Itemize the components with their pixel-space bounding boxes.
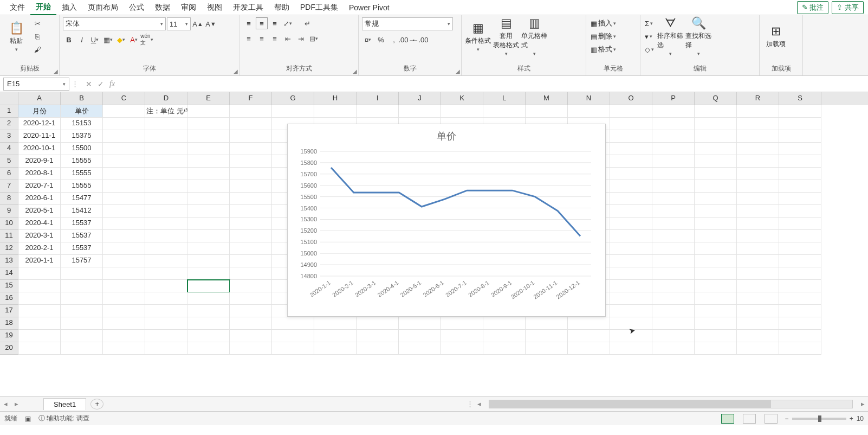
row-header[interactable]: 15 — [0, 280, 18, 292]
cell[interactable] — [357, 105, 399, 118]
cell[interactable] — [695, 342, 737, 355]
cell[interactable] — [610, 155, 652, 168]
row-header[interactable]: 17 — [0, 305, 18, 317]
cell[interactable] — [61, 317, 103, 330]
cell[interactable] — [103, 130, 145, 143]
row-header[interactable]: 18 — [0, 317, 18, 330]
cell[interactable]: 注：单位 元/平米 — [145, 105, 187, 118]
cell[interactable] — [652, 105, 695, 118]
cell[interactable]: 2020-7-1 — [18, 180, 61, 193]
cell[interactable] — [652, 292, 695, 305]
cell[interactable] — [610, 168, 652, 180]
hscroll-right[interactable]: ▸ — [857, 400, 868, 408]
cell[interactable] — [145, 242, 187, 255]
cell[interactable] — [695, 230, 737, 242]
increase-indent-button[interactable]: ⇥ — [295, 33, 307, 44]
share-button[interactable]: ⇪ 共享 — [832, 1, 864, 14]
cell[interactable] — [695, 130, 737, 143]
cell[interactable] — [187, 193, 230, 205]
cell[interactable] — [103, 118, 145, 130]
cell[interactable] — [18, 292, 61, 305]
cell[interactable] — [779, 305, 821, 317]
column-header[interactable]: F — [230, 92, 272, 105]
cell[interactable] — [145, 330, 187, 342]
cell[interactable] — [737, 317, 779, 330]
menu-insert[interactable]: 插入 — [56, 1, 82, 15]
column-header[interactable]: G — [272, 92, 314, 105]
row-header[interactable]: 1 — [0, 105, 18, 118]
cell[interactable] — [187, 205, 230, 218]
cell[interactable]: 15477 — [61, 193, 103, 205]
cell[interactable]: 15555 — [61, 168, 103, 180]
find-select-button[interactable]: 🔍查找和选择▾ — [685, 17, 711, 55]
font-size-combo[interactable]: 11▾ — [167, 17, 191, 30]
percent-button[interactable]: % — [375, 34, 387, 46]
delete-cells-button[interactable]: ▤ 删除 ▾ — [590, 30, 617, 42]
format-cells-button[interactable]: ▥ 格式 ▾ — [590, 43, 617, 55]
row-header[interactable]: 19 — [0, 330, 18, 342]
cell[interactable] — [779, 255, 821, 267]
paste-button[interactable]: 📋粘贴▾ — [3, 17, 29, 55]
column-header[interactable]: A — [18, 92, 61, 105]
cell[interactable] — [737, 305, 779, 317]
autosum-button[interactable]: Σ ▾ — [644, 17, 655, 29]
menu-pdf[interactable]: PDF工具集 — [295, 1, 344, 15]
row-header[interactable]: 8 — [0, 193, 18, 205]
cell[interactable] — [103, 230, 145, 242]
cell[interactable] — [145, 143, 187, 155]
column-header[interactable]: E — [187, 92, 230, 105]
font-name-combo[interactable]: 宋体▾ — [63, 17, 166, 30]
cell[interactable] — [779, 155, 821, 168]
cell[interactable] — [652, 130, 695, 143]
cell[interactable] — [103, 317, 145, 330]
cell[interactable] — [695, 292, 737, 305]
cell[interactable] — [779, 242, 821, 255]
cell[interactable] — [187, 330, 230, 342]
horizontal-scrollbar[interactable] — [489, 400, 853, 408]
underline-button[interactable]: U▾ — [89, 34, 101, 46]
cell[interactable] — [737, 242, 779, 255]
clear-button[interactable]: ◇ ▾ — [644, 43, 655, 55]
cell[interactable] — [610, 242, 652, 255]
cell[interactable] — [145, 180, 187, 193]
cell[interactable]: 15500 — [61, 143, 103, 155]
cell[interactable] — [103, 218, 145, 230]
hscroll-thumb[interactable] — [489, 400, 771, 408]
menu-review[interactable]: 审阅 — [176, 1, 202, 15]
row-header[interactable]: 6 — [0, 168, 18, 180]
cell[interactable] — [145, 193, 187, 205]
cell[interactable] — [652, 168, 695, 180]
cell[interactable] — [230, 255, 272, 267]
row-header[interactable]: 5 — [0, 155, 18, 168]
cell[interactable] — [230, 305, 272, 317]
cell[interactable] — [230, 317, 272, 330]
cell[interactable] — [526, 342, 568, 355]
cell[interactable] — [145, 317, 187, 330]
cell[interactable] — [103, 105, 145, 118]
column-header[interactable]: J — [399, 92, 441, 105]
cell[interactable]: 2020-10-1 — [18, 143, 61, 155]
chart-container[interactable]: 单价 1480014900150001510015200153001540015… — [287, 124, 606, 317]
cell[interactable] — [652, 193, 695, 205]
cell[interactable] — [737, 280, 779, 292]
macro-record-icon[interactable]: ▣ — [25, 415, 31, 423]
column-header[interactable]: H — [314, 92, 357, 105]
cell[interactable]: 15757 — [61, 255, 103, 267]
cell[interactable] — [610, 180, 652, 193]
number-launcher[interactable]: ◢ — [456, 68, 460, 74]
cell[interactable] — [103, 305, 145, 317]
cell[interactable] — [652, 242, 695, 255]
cell[interactable] — [145, 255, 187, 267]
cell[interactable] — [145, 292, 187, 305]
menu-dev[interactable]: 开发工具 — [228, 1, 269, 15]
cell[interactable] — [737, 143, 779, 155]
cell[interactable] — [652, 230, 695, 242]
cell[interactable] — [652, 267, 695, 280]
cell[interactable] — [737, 292, 779, 305]
cell[interactable] — [399, 342, 441, 355]
cell[interactable] — [187, 317, 230, 330]
row-header[interactable]: 10 — [0, 218, 18, 230]
cell[interactable] — [314, 330, 357, 342]
cell[interactable] — [610, 143, 652, 155]
cell[interactable] — [187, 242, 230, 255]
